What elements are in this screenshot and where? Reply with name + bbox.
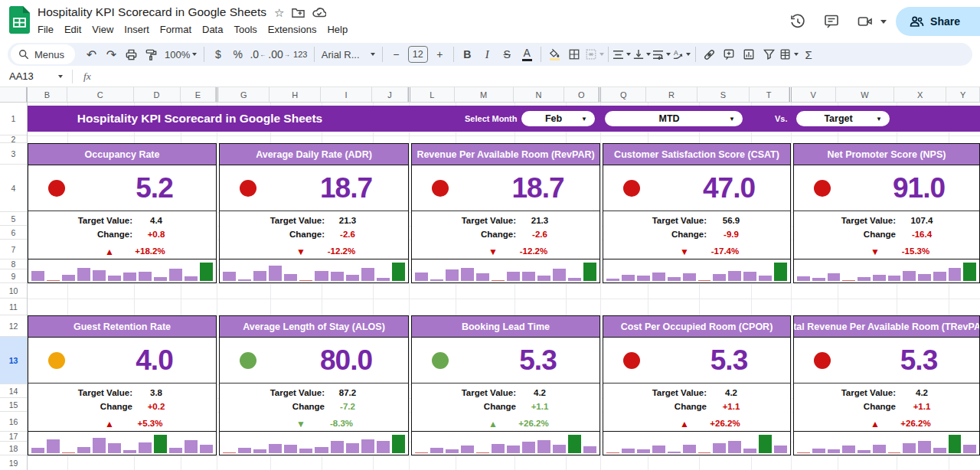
- fill-color-button[interactable]: [545, 45, 564, 64]
- text-color-button[interactable]: A: [518, 45, 537, 64]
- row-header-5[interactable]: 5: [0, 212, 27, 226]
- italic-button[interactable]: I: [478, 45, 497, 64]
- sheets-logo[interactable]: [9, 6, 30, 34]
- increase-decimal-button[interactable]: .00→: [268, 45, 289, 64]
- row-header-1[interactable]: 1: [0, 103, 27, 135]
- functions-button[interactable]: Σ: [799, 45, 818, 64]
- row-header-18[interactable]: 18: [0, 442, 27, 455]
- document-title[interactable]: Hospitality KPI Scorecard in Google Shee…: [38, 5, 266, 19]
- column-header-E[interactable]: E: [181, 87, 217, 102]
- row-header-8[interactable]: 8: [0, 259, 27, 269]
- row-header-15[interactable]: 15: [0, 398, 27, 412]
- decrease-decimal-button[interactable]: .0←: [248, 45, 267, 64]
- trend-arrow-icon: ▲: [488, 419, 498, 429]
- menu-insert[interactable]: Insert: [119, 22, 155, 37]
- text-wrap-button[interactable]: [652, 45, 671, 64]
- table-views-button[interactable]: [779, 45, 799, 64]
- meet-caret-icon[interactable]: [880, 20, 887, 24]
- column-header-I[interactable]: I: [321, 87, 372, 102]
- column-header-V[interactable]: V: [792, 87, 836, 102]
- column-header-J[interactable]: J: [372, 87, 408, 102]
- menus-search[interactable]: Menus: [11, 44, 75, 64]
- row-header-16[interactable]: 16: [0, 412, 27, 432]
- row-header-12[interactable]: 12: [0, 315, 27, 337]
- h-align-caret-icon: [626, 53, 631, 56]
- kpi-card-title: Net Promoter Score (NPS): [794, 144, 979, 165]
- videocam-icon[interactable]: [850, 6, 880, 37]
- zoom-control[interactable]: 100%: [162, 49, 200, 60]
- column-header-G[interactable]: G: [218, 87, 270, 102]
- column-header-D[interactable]: D: [134, 87, 181, 102]
- row-header-14[interactable]: 14: [0, 384, 27, 398]
- paint-format-button[interactable]: [142, 45, 161, 64]
- row-header-7[interactable]: 7: [0, 240, 27, 259]
- menu-edit[interactable]: Edit: [59, 22, 87, 37]
- column-header-B[interactable]: B: [28, 87, 67, 102]
- kpi-stats: Target Value:4.2 Change+1.1 ▲+26.2%: [794, 384, 979, 432]
- row-header-19[interactable]: 19: [0, 455, 27, 470]
- row-header-10[interactable]: 10: [0, 283, 27, 299]
- comments-icon[interactable]: [816, 6, 847, 37]
- column-header-N[interactable]: N: [514, 87, 565, 102]
- vertical-align-button[interactable]: [632, 45, 652, 64]
- column-header-H[interactable]: H: [270, 87, 321, 102]
- text-rotation-button[interactable]: A: [672, 45, 691, 64]
- row-header-11[interactable]: 11: [0, 299, 27, 315]
- column-header-T[interactable]: T: [750, 87, 789, 102]
- column-header-L[interactable]: L: [410, 87, 455, 102]
- column-header-X[interactable]: X: [894, 87, 946, 102]
- more-formats-button[interactable]: 123: [291, 45, 310, 64]
- select-all-corner[interactable]: [0, 87, 28, 103]
- month-dropdown[interactable]: Feb ▼: [521, 111, 595, 126]
- name-box[interactable]: AA13: [0, 70, 67, 82]
- column-header-Y[interactable]: Y: [946, 87, 980, 102]
- font-select[interactable]: Arial R...: [318, 49, 378, 60]
- row-header-9[interactable]: 9: [0, 269, 27, 283]
- compare-dropdown[interactable]: Target ▼: [796, 111, 890, 126]
- row-header-13[interactable]: 13: [0, 337, 27, 384]
- column-header-M[interactable]: M: [455, 87, 514, 102]
- meet-button[interactable]: [850, 6, 887, 37]
- row-header-17[interactable]: 17: [0, 432, 27, 442]
- strikethrough-button[interactable]: S: [498, 45, 517, 64]
- menu-tools[interactable]: Tools: [228, 22, 262, 37]
- row-header-4[interactable]: 4: [0, 165, 27, 212]
- horizontal-align-button[interactable]: [612, 45, 632, 64]
- borders-button[interactable]: [565, 45, 584, 64]
- column-header-R[interactable]: R: [646, 87, 697, 102]
- row-header-3[interactable]: 3: [0, 143, 27, 165]
- insert-chart-button[interactable]: [740, 45, 759, 64]
- currency-button[interactable]: $: [208, 45, 227, 64]
- menu-file[interactable]: File: [32, 22, 59, 37]
- star-icon[interactable]: ☆: [274, 7, 284, 18]
- font-size-input[interactable]: 12: [408, 46, 428, 63]
- column-header-C[interactable]: C: [67, 87, 134, 102]
- undo-button[interactable]: ↶: [82, 45, 101, 64]
- move-folder-icon[interactable]: [292, 7, 305, 18]
- column-header-S[interactable]: S: [697, 87, 750, 102]
- redo-button[interactable]: ↷: [102, 45, 121, 64]
- column-header-Q[interactable]: Q: [601, 87, 646, 102]
- print-button[interactable]: [122, 45, 141, 64]
- insert-link-button[interactable]: [700, 45, 719, 64]
- cloud-status-icon[interactable]: [312, 7, 326, 18]
- bold-button[interactable]: B: [458, 45, 477, 64]
- menu-data[interactable]: Data: [197, 22, 228, 37]
- insert-comment-button[interactable]: [720, 45, 739, 64]
- filter-button[interactable]: [760, 45, 779, 64]
- formula-input[interactable]: fx: [77, 70, 91, 83]
- menu-extensions[interactable]: Extensions: [263, 22, 322, 37]
- share-button[interactable]: Share: [896, 7, 980, 36]
- decrease-font-button[interactable]: −: [387, 45, 406, 64]
- menu-help[interactable]: Help: [322, 22, 353, 37]
- menu-view[interactable]: View: [87, 22, 119, 37]
- column-header-W[interactable]: W: [836, 87, 895, 102]
- increase-font-button[interactable]: +: [430, 45, 449, 64]
- row-header-2[interactable]: 2: [0, 135, 27, 143]
- version-history-icon[interactable]: [782, 6, 813, 37]
- period-dropdown[interactable]: MTD ▼: [605, 111, 743, 126]
- column-header-O[interactable]: O: [564, 87, 599, 102]
- menu-format[interactable]: Format: [155, 22, 197, 37]
- row-header-6[interactable]: 6: [0, 226, 27, 240]
- percent-button[interactable]: %: [228, 45, 247, 64]
